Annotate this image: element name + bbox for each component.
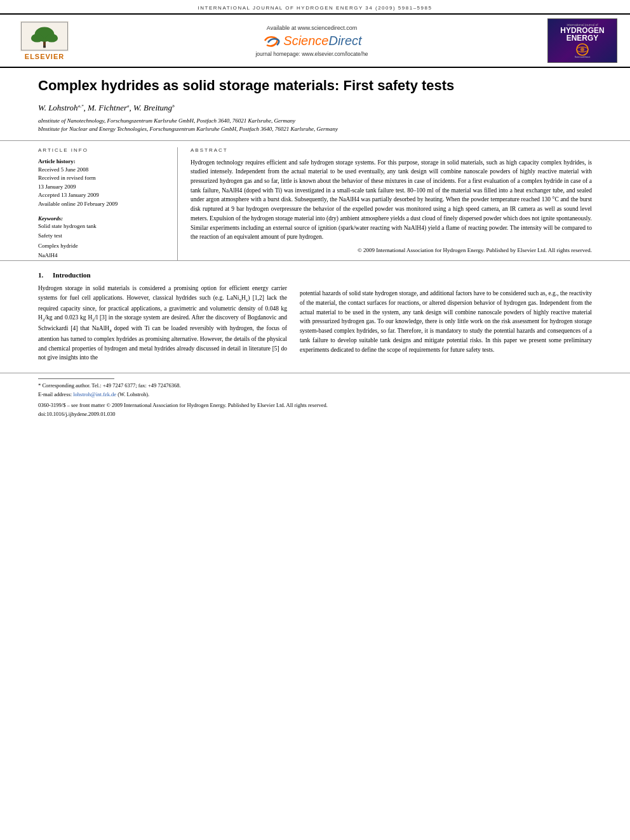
keywords-list: Solid state hydrogen tank Safety test Co… bbox=[38, 222, 168, 260]
footnote-corresponding: * Corresponding author. Tel.: +49 7247 6… bbox=[38, 382, 592, 418]
footnote-section: * Corresponding author. Tel.: +49 7247 6… bbox=[0, 373, 630, 418]
abstract-column: ABSTRACT Hydrogen technology requires ef… bbox=[191, 147, 592, 261]
affiliations: aInstitute of Nanotechnology, Forschungs… bbox=[38, 117, 592, 134]
article-info-abstract-section: ARTICLE INFO Article history: Received 5… bbox=[0, 141, 630, 262]
received-text: Received 5 June 2008 Received in revised… bbox=[38, 166, 168, 209]
article-info-column: ARTICLE INFO Article history: Received 5… bbox=[38, 147, 178, 261]
available-text: Available at www.sciencedirect.com bbox=[267, 25, 357, 31]
svg-point-6 bbox=[43, 45, 46, 48]
history-label: Article history: bbox=[38, 158, 168, 164]
center-logos: Available at www.sciencedirect.com Scien… bbox=[255, 25, 368, 57]
introduction-text-right: potential hazards of solid state hydroge… bbox=[300, 289, 592, 354]
sciencedirect-logo: ScienceDirect bbox=[262, 34, 361, 48]
journal-homepage: journal homepage: www.elsevier.com/locat… bbox=[255, 51, 368, 57]
body-section: 1. Introduction Hydrogen storage in soli… bbox=[0, 261, 630, 366]
keywords-section: Keywords: Solid state hydrogen tank Safe… bbox=[38, 215, 168, 260]
email-link[interactable]: lohstroh@int.fzk.de bbox=[73, 391, 116, 397]
author3-name: W. Breitung bbox=[133, 103, 172, 112]
hydrogen-sphere-icon bbox=[573, 43, 592, 56]
svg-point-5 bbox=[46, 34, 58, 42]
sciencedirect-text: ScienceDirect bbox=[283, 34, 361, 48]
article-title: Complex hydrides as solid storage materi… bbox=[38, 77, 592, 95]
svg-point-9 bbox=[580, 48, 584, 51]
authors: W. Lohstroha,*, M. Fichtnera, W. Breitun… bbox=[38, 103, 592, 113]
hydrogen-energy-logo: international journal of HYDROGENENERGY … bbox=[547, 18, 617, 63]
author2-sup: a bbox=[127, 103, 130, 108]
abstract-text: Hydrogen technology requires efficient a… bbox=[191, 158, 592, 242]
journal-header-text: INTERNATIONAL JOURNAL OF HYDROGEN ENERGY… bbox=[198, 5, 432, 11]
introduction-text-left: Hydrogen storage in solid materials is c… bbox=[38, 284, 287, 363]
article-title-section: Complex hydrides as solid storage materi… bbox=[0, 68, 630, 141]
author1-sup: a,* bbox=[78, 103, 84, 108]
affiliation1: aInstitute of Nanotechnology, Forschungs… bbox=[38, 117, 592, 126]
svg-point-4 bbox=[31, 34, 43, 42]
keywords-label: Keywords: bbox=[38, 215, 63, 222]
author1-name: W. Lohstroh bbox=[38, 103, 78, 112]
sd-icon bbox=[262, 34, 281, 48]
affiliation2: bInstitute for Nuclear and Energy Techno… bbox=[38, 125, 592, 134]
journal-header: INTERNATIONAL JOURNAL OF HYDROGEN ENERGY… bbox=[0, 0, 630, 15]
author2-name: M. Fichtner bbox=[88, 103, 127, 112]
introduction-title: 1. Introduction bbox=[38, 271, 287, 279]
elsevier-logo: ELSEVIER bbox=[13, 18, 76, 63]
article-info-label: ARTICLE INFO bbox=[38, 147, 168, 153]
elsevier-tree-icon bbox=[19, 21, 70, 51]
abstract-label: ABSTRACT bbox=[191, 147, 592, 153]
footnote-divider bbox=[38, 378, 114, 379]
logo-row: ELSEVIER Available at www.sciencedirect.… bbox=[0, 15, 630, 68]
body-left-col: 1. Introduction Hydrogen storage in soli… bbox=[38, 271, 287, 366]
elsevier-brand: ELSEVIER bbox=[25, 53, 64, 60]
author3-sup: b bbox=[172, 103, 175, 108]
copyright-line: © 2009 International Association for Hyd… bbox=[191, 247, 592, 253]
body-right-col: potential hazards of solid state hydroge… bbox=[300, 271, 592, 366]
